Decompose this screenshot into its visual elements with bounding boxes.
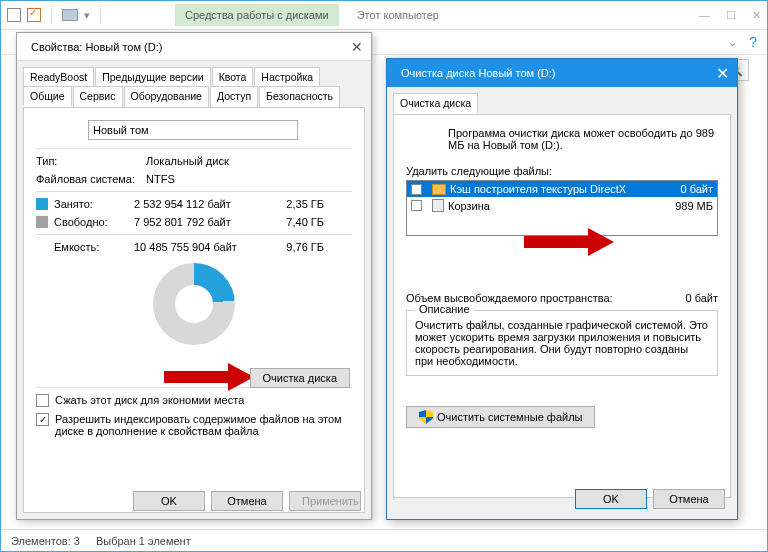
properties-dialog: Свойства: Новый том (D:) ✕ ReadyBoost Пр… — [16, 32, 372, 520]
tab-tools[interactable]: Сервис — [73, 86, 123, 107]
shield-icon — [419, 410, 433, 424]
annotation-arrow — [524, 231, 614, 253]
freed-value: 0 байт — [685, 292, 718, 304]
status-count: Элементов: 3 — [11, 535, 80, 547]
used-bytes: 2 532 954 112 байт — [134, 198, 264, 210]
tab-sharing[interactable]: Доступ — [210, 86, 258, 107]
checkbox-icon[interactable] — [7, 8, 21, 22]
maximize-icon[interactable]: ☐ — [726, 9, 736, 22]
volume-name-input[interactable] — [88, 120, 298, 140]
dropdown-icon[interactable]: ▾ — [84, 9, 90, 22]
dialog-title-bar[interactable]: Очистка диска Новый том (D:) ✕ — [387, 59, 737, 87]
used-color-icon — [36, 198, 48, 210]
cap-bytes: 10 485 755 904 байт — [134, 241, 264, 253]
help-icon[interactable]: ? — [749, 34, 757, 50]
used-gb: 2,35 ГБ — [264, 198, 324, 210]
expand-ribbon-icon[interactable]: ⌄ — [728, 36, 737, 49]
close-icon[interactable]: ✕ — [716, 64, 729, 83]
tabs-row: Очистка диска — [387, 87, 737, 114]
context-ribbon-tab[interactable]: Средства работы с дисками — [175, 4, 339, 26]
status-selection: Выбран 1 элемент — [96, 535, 191, 547]
cap-gb: 9,76 ГБ — [264, 241, 324, 253]
tabs-row-1: ReadyBoost Предыдущие версии Квота Настр… — [17, 61, 371, 86]
checked-icon[interactable] — [27, 8, 41, 22]
close-icon[interactable]: ✕ — [351, 39, 363, 55]
description-legend: Описание — [415, 303, 474, 315]
qat-icons: ▾ — [7, 6, 105, 24]
drive-icon — [406, 127, 438, 153]
used-label: Занято: — [54, 198, 134, 210]
description-group: Описание Очистить файлы, созданные графи… — [406, 310, 718, 376]
index-checkbox[interactable]: ✓ — [36, 413, 49, 426]
fs-label: Файловая система: — [36, 173, 146, 185]
dialog-buttons: OK Отмена — [575, 489, 725, 509]
drive-icon — [62, 9, 78, 21]
tab-hardware[interactable]: Оборудование — [124, 86, 209, 107]
file-name: Кэш построителя текстуры DirectX — [450, 183, 626, 195]
tab-prev-versions[interactable]: Предыдущие версии — [95, 67, 210, 86]
info-text: Программа очистки диска может освободить… — [448, 127, 718, 153]
file-size: 0 байт — [680, 183, 713, 195]
disk-cleanup-dialog: Очистка диска Новый том (D:) ✕ Очистка д… — [386, 58, 738, 520]
files-list[interactable]: Кэш построителя текстуры DirectX 0 байт … — [406, 180, 718, 236]
button-label: Очистить системные файлы — [437, 411, 582, 423]
description-text: Очистить файлы, созданные графической си… — [415, 319, 708, 367]
separator — [51, 6, 52, 24]
list-item[interactable]: Кэш построителя текстуры DirectX 0 байт — [407, 181, 717, 197]
separator — [100, 6, 101, 24]
tab-cleanup[interactable]: Очистка диска — [393, 93, 478, 114]
type-label: Тип: — [36, 155, 146, 167]
dialog-title: Очистка диска Новый том (D:) — [401, 67, 555, 79]
dialog-title-bar[interactable]: Свойства: Новый том (D:) ✕ — [17, 33, 371, 61]
free-color-icon — [36, 216, 48, 228]
tab-general[interactable]: Общие — [23, 86, 72, 107]
cleanup-panel: Программа очистки диска может освободить… — [393, 114, 731, 498]
file-checkbox[interactable] — [411, 200, 422, 211]
free-gb: 7,40 ГБ — [264, 216, 324, 228]
drive-icon — [36, 118, 68, 142]
delete-files-label: Удалить следующие файлы: — [406, 165, 718, 177]
window-title: Этот компьютер — [357, 9, 439, 21]
title-bar: ▾ Средства работы с дисками Этот компьют… — [1, 1, 767, 29]
tab-security[interactable]: Безопасность — [259, 86, 340, 107]
apply-button[interactable]: Применить — [289, 491, 361, 511]
tab-quota[interactable]: Квота — [212, 67, 254, 86]
cap-label: Емкость: — [54, 241, 134, 253]
minimize-icon[interactable]: — — [699, 9, 710, 22]
file-name: Корзина — [448, 200, 490, 212]
type-value: Локальный диск — [146, 155, 229, 167]
dialog-buttons: OK Отмена Применить — [133, 491, 361, 511]
usage-chart — [153, 263, 235, 345]
tab-customize[interactable]: Настройка — [254, 67, 320, 86]
close-icon[interactable]: ✕ — [752, 9, 761, 22]
list-item[interactable]: Корзина 989 МБ — [407, 197, 717, 214]
free-label: Свободно: — [54, 216, 134, 228]
folder-icon — [432, 184, 446, 195]
trash-icon — [432, 199, 444, 212]
clean-system-files-button[interactable]: Очистить системные файлы — [406, 406, 595, 428]
index-label: Разрешить индексировать содержимое файло… — [55, 413, 345, 437]
ok-button[interactable]: OK — [575, 489, 647, 509]
cancel-button[interactable]: Отмена — [211, 491, 283, 511]
annotation-arrow — [164, 366, 254, 388]
tab-readyboost[interactable]: ReadyBoost — [23, 67, 94, 86]
fs-value: NTFS — [146, 173, 175, 185]
tabs-row-2: Общие Сервис Оборудование Доступ Безопас… — [17, 86, 371, 107]
disk-cleanup-button[interactable]: Очистка диска — [250, 368, 350, 388]
compress-checkbox[interactable] — [36, 394, 49, 407]
free-bytes: 7 952 801 792 байт — [134, 216, 264, 228]
cancel-button[interactable]: Отмена — [653, 489, 725, 509]
dialog-title: Свойства: Новый том (D:) — [31, 41, 162, 53]
file-size: 989 МБ — [675, 200, 713, 212]
compress-label: Сжать этот диск для экономии места — [55, 394, 244, 406]
file-checkbox[interactable] — [411, 184, 422, 195]
ok-button[interactable]: OK — [133, 491, 205, 511]
general-panel: Тип:Локальный диск Файловая система:NTFS… — [23, 107, 365, 513]
status-bar: Элементов: 3 Выбран 1 элемент — [1, 529, 767, 551]
